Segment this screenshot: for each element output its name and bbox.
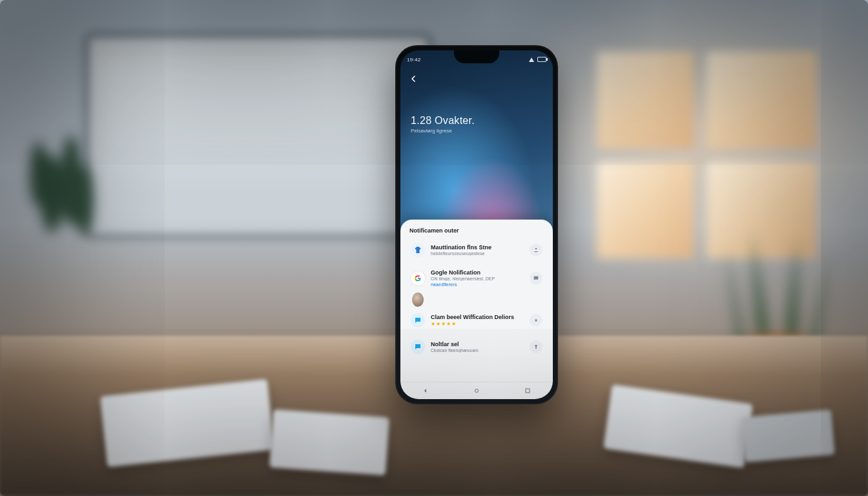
- signal-icon: [529, 57, 534, 62]
- list-item[interactable]: Noltlar sel Ckstcan fleenghanooen: [408, 335, 545, 358]
- nav-home-button[interactable]: [472, 386, 481, 395]
- page-subtitle: Pelsavlørg ligrese: [411, 128, 475, 134]
- nav-recents-button[interactable]: [523, 386, 532, 395]
- list-item[interactable]: Clam beeel Wiffication Deliors ★★★★★: [408, 309, 545, 331]
- item-subtitle: ON timge, nlergenaersiesl, DEP: [431, 276, 524, 281]
- nav-back-button[interactable]: [421, 386, 430, 395]
- page-title: 1.28 Ovakter.: [411, 115, 475, 127]
- item-link[interactable]: neardtferers: [431, 282, 524, 287]
- item-action[interactable]: [530, 340, 542, 353]
- item-subtitle: helstefteurszeoseogestese: [431, 251, 524, 256]
- google-icon: [411, 271, 425, 285]
- svg-point-9: [475, 389, 478, 393]
- message-icon: [411, 313, 425, 327]
- phone-frame: 19:42 1.28 Ovakter. Pelsavlørg ligrese N…: [395, 45, 558, 404]
- header-block: 1.28 Ovakter. Pelsavlørg ligrese: [411, 115, 475, 134]
- item-title: Mauttination flns Stne: [431, 244, 524, 251]
- scene-photo: 19:42 1.28 Ovakter. Pelsavlørg ligrese N…: [0, 0, 868, 496]
- message-icon: [411, 340, 425, 354]
- background-paper: [741, 409, 835, 462]
- item-title: Clam beeel Wiffication Deliors: [431, 314, 524, 320]
- background-plant-left: [13, 78, 116, 245]
- item-stars: ★★★★★: [431, 321, 524, 327]
- svg-point-5: [535, 248, 537, 250]
- svg-rect-10: [526, 389, 530, 393]
- svg-point-7: [535, 345, 537, 347]
- avatar: [412, 293, 424, 307]
- background-whiteboard: [90, 39, 426, 232]
- shirt-icon: [411, 243, 425, 257]
- list-item[interactable]: Mauttination flns Stne helstefteurszeose…: [408, 239, 545, 261]
- phone-screen: 19:42 1.28 Ovakter. Pelsavlørg ligrese N…: [400, 50, 553, 399]
- status-time: 19:42: [407, 57, 421, 63]
- back-button[interactable]: [408, 74, 418, 87]
- item-action[interactable]: [530, 272, 542, 285]
- battery-icon: [537, 57, 546, 62]
- svg-point-2: [75, 165, 93, 236]
- status-bar: 19:42: [407, 54, 546, 65]
- list-item[interactable]: Gogle Nolification ON timge, nlergenaers…: [408, 265, 545, 291]
- item-subtitle: Ckstcan fleenghanooen: [431, 348, 524, 353]
- background-paper: [269, 409, 389, 475]
- notification-panel: Notificamen outer Mauttination flns Stne…: [400, 220, 553, 382]
- item-action[interactable]: [530, 314, 542, 327]
- svg-rect-8: [535, 347, 537, 349]
- item-title: Gogle Nolification: [431, 269, 524, 276]
- item-title: Noltlar sel: [431, 341, 524, 347]
- svg-point-3: [30, 142, 48, 207]
- panel-header: Notificamen outer: [409, 227, 544, 234]
- svg-point-6: [535, 319, 537, 321]
- item-action[interactable]: [530, 243, 542, 256]
- android-navbar: [400, 382, 553, 399]
